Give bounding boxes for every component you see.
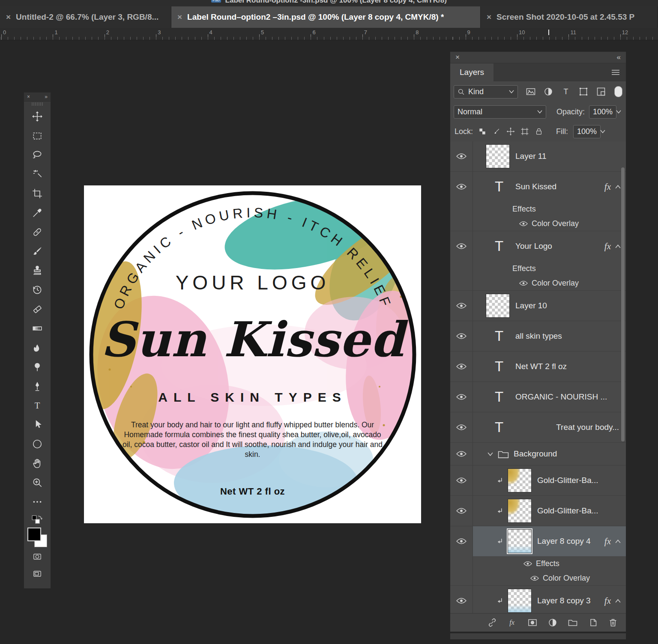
tool-hand[interactable]	[24, 453, 51, 473]
tool-eraser[interactable]	[24, 299, 51, 319]
tool-type[interactable]: T	[24, 396, 51, 415]
tool-rectangular-marquee[interactable]	[24, 126, 51, 145]
layer-name[interactable]: Gold-Glitter-Ba...	[537, 476, 598, 485]
layer-thumbnail[interactable]	[486, 294, 510, 318]
fx-collapse-icon[interactable]	[615, 599, 621, 603]
effects-row[interactable]: Effects	[450, 556, 626, 571]
layer-row[interactable]: Layer 8 copy 4fx	[450, 526, 626, 556]
tab-screen-shot[interactable]: × Screen Shot 2020-10-05 at 2.45.53 P	[481, 6, 658, 28]
link-layers-icon[interactable]	[487, 617, 497, 628]
fx-badge[interactable]: fx	[604, 536, 611, 547]
visibility-eye-icon[interactable]	[456, 477, 467, 484]
layer-row[interactable]: TYour Logofx	[450, 231, 626, 261]
effect-item-row[interactable]: Color Overlay	[450, 571, 626, 585]
layer-row[interactable]: Gold-Glitter-Ba...	[450, 465, 626, 495]
tab-close-icon[interactable]: ×	[177, 12, 182, 22]
default-swatches-widget[interactable]	[24, 515, 51, 526]
layer-visibility-toggle[interactable]	[450, 321, 473, 351]
lock-image-pixels-icon[interactable]	[492, 127, 501, 136]
visibility-eye-icon[interactable]	[456, 183, 467, 190]
tool-ellipse[interactable]	[24, 434, 51, 453]
lock-artboard-icon[interactable]	[520, 127, 529, 136]
horizontal-ruler[interactable]: 0123456789101112	[0, 28, 658, 40]
visibility-eye-icon[interactable]	[456, 363, 467, 370]
effect-item-row[interactable]: Color Overlay	[450, 276, 626, 290]
visibility-eye-icon[interactable]	[456, 243, 467, 250]
layer-name[interactable]: Layer 10	[515, 301, 547, 310]
layer-visibility-toggle[interactable]	[450, 352, 473, 382]
filter-kind-dropdown[interactable]: Kind	[454, 85, 518, 98]
lock-all-icon[interactable]	[535, 127, 543, 136]
layer-name[interactable]: Layer 8 copy 4	[537, 537, 591, 546]
visibility-eye-icon[interactable]	[523, 561, 532, 566]
layer-row[interactable]: Layer 11	[450, 141, 626, 171]
foreground-color-swatch[interactable]	[27, 528, 41, 541]
fx-badge[interactable]: fx	[604, 596, 611, 606]
tab-untitled-2[interactable]: × Untitled-2 @ 66.7% (Layer 3, RGB/8...	[0, 6, 171, 28]
layer-thumbnail[interactable]	[486, 144, 510, 168]
layer-name[interactable]: ORGANIC - NOURISH ...	[515, 392, 607, 402]
layer-row[interactable]: Tall skin types	[450, 321, 626, 351]
layer-visibility-toggle[interactable]	[450, 465, 473, 495]
document-canvas[interactable]: ORGANIC - NOURISH - ITCH RELIEF YOUR LOG…	[84, 185, 421, 523]
visibility-eye-icon[interactable]	[519, 280, 528, 286]
layer-name[interactable]: Net WT 2 fl oz	[515, 362, 567, 371]
layer-name[interactable]: Background	[514, 449, 557, 459]
layer-visibility-toggle[interactable]	[450, 141, 473, 171]
visibility-eye-icon[interactable]	[456, 538, 467, 545]
group-disclosure-icon[interactable]	[488, 452, 493, 456]
tool-more[interactable]	[24, 492, 51, 511]
tool-quick-selection[interactable]	[24, 164, 51, 184]
tab-close-icon[interactable]: ×	[6, 12, 11, 22]
layer-row[interactable]: TSun Kissedfx	[450, 171, 626, 202]
visibility-eye-icon[interactable]	[456, 424, 467, 431]
tool-spot-healing-brush[interactable]	[24, 222, 51, 242]
fx-badge[interactable]: fx	[604, 241, 611, 252]
filter-shape-layers-icon[interactable]	[578, 86, 589, 97]
tab-close-icon[interactable]: ×	[487, 12, 491, 22]
visibility-eye-icon[interactable]	[456, 450, 467, 457]
add-layer-mask-icon[interactable]	[527, 617, 538, 628]
layer-name[interactable]: Layer 11	[515, 152, 547, 161]
visibility-eye-icon[interactable]	[456, 597, 467, 604]
fx-collapse-icon[interactable]	[615, 244, 621, 248]
tool-smudge[interactable]	[24, 338, 51, 357]
tool-history-brush[interactable]	[24, 280, 51, 299]
layer-row[interactable]: Layer 10	[450, 290, 626, 321]
fx-badge[interactable]: fx	[604, 182, 611, 192]
visibility-eye-icon[interactable]	[530, 575, 539, 581]
visibility-eye-icon[interactable]	[456, 302, 467, 309]
blend-mode-select[interactable]: Normal	[454, 105, 546, 119]
tool-crop[interactable]	[24, 184, 51, 203]
layer-name[interactable]: Sun Kissed	[515, 182, 556, 191]
layer-visibility-toggle[interactable]	[450, 586, 473, 613]
layer-visibility-toggle[interactable]	[450, 496, 473, 526]
visibility-eye-icon[interactable]	[456, 153, 467, 160]
lock-transparent-pixels-icon[interactable]	[478, 127, 487, 136]
layer-name[interactable]: Gold-Glitter-Ba...	[537, 506, 598, 516]
filter-adjustment-layers-icon[interactable]	[543, 86, 553, 97]
layer-row[interactable]: Layer 8 copy 3fx	[450, 585, 626, 613]
tool-move[interactable]	[24, 107, 51, 126]
layer-row[interactable]: TNet WT 2 fl oz	[450, 351, 626, 382]
tool-eyedropper[interactable]	[24, 203, 51, 222]
layer-thumbnail[interactable]	[508, 468, 532, 492]
new-group-icon[interactable]	[568, 617, 578, 628]
panel-menu-icon[interactable]	[611, 69, 620, 75]
layer-visibility-toggle[interactable]	[450, 291, 473, 321]
filter-type-layers-icon[interactable]: T	[561, 86, 571, 97]
effects-row[interactable]: Effects	[450, 261, 626, 276]
panel-close-icon[interactable]: ×	[455, 53, 460, 62]
layer-name[interactable]: all skin types	[515, 331, 562, 341]
layers-scrollbar[interactable]	[621, 167, 625, 441]
layer-visibility-toggle[interactable]	[450, 412, 473, 442]
tool-clone-stamp[interactable]	[24, 261, 51, 280]
layer-visibility-toggle[interactable]	[450, 526, 473, 556]
tool-path-selection[interactable]	[24, 415, 51, 434]
quick-mask-button[interactable]	[24, 548, 51, 565]
lock-position-icon[interactable]	[506, 127, 515, 136]
tool-gradient[interactable]	[24, 319, 51, 338]
layer-row[interactable]: TORGANIC - NOURISH ...	[450, 382, 626, 412]
layer-visibility-toggle[interactable]	[450, 443, 473, 465]
fx-collapse-icon[interactable]	[615, 185, 621, 189]
